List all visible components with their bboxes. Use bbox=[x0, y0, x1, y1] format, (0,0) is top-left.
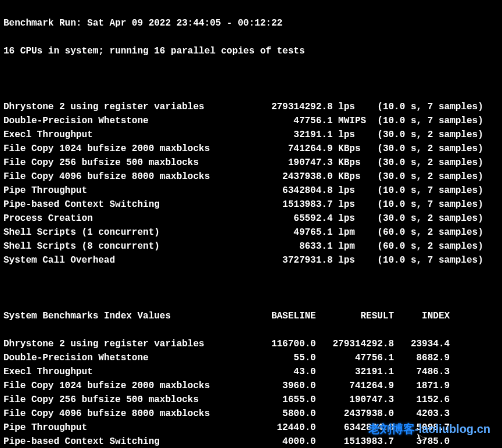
raw-result-row: Process Creation 65592.4 lps (30.0 s, 2 … bbox=[3, 212, 499, 225]
raw-result-row: Execl Throughput 32191.1 lps (30.0 s, 2 … bbox=[3, 128, 499, 142]
index-row: File Copy 4096 bufsize 8000 maxblocks 58… bbox=[3, 407, 499, 421]
raw-result-row: File Copy 1024 bufsize 2000 maxblocks 74… bbox=[3, 142, 499, 156]
index-rows-block: Dhrystone 2 using register variables 116… bbox=[3, 337, 499, 448]
raw-result-row: Pipe-based Context Switching 1513983.7 l… bbox=[3, 198, 499, 212]
raw-result-row: System Call Overhead 3727931.8 lps (10.0… bbox=[3, 253, 499, 267]
index-row: Pipe-based Context Switching 4000.0 1513… bbox=[3, 435, 499, 448]
index-row: Execl Throughput 43.0 32191.1 7486.3 bbox=[3, 365, 499, 379]
raw-results-block: Dhrystone 2 using register variables 279… bbox=[3, 100, 499, 267]
index-header-row: System Benchmarks Index Values BASELINE … bbox=[3, 309, 499, 323]
raw-result-row: Shell Scripts (1 concurrent) 49765.1 lpm… bbox=[3, 225, 499, 239]
index-row: Double-Precision Whetstone 55.0 47756.1 … bbox=[3, 351, 499, 365]
raw-result-row: Double-Precision Whetstone 47756.1 MWIPS… bbox=[3, 114, 499, 128]
index-row: File Copy 1024 bufsize 2000 maxblocks 39… bbox=[3, 379, 499, 393]
index-row: File Copy 256 bufsize 500 maxblocks 1655… bbox=[3, 393, 499, 407]
raw-result-row: Pipe Throughput 6342804.8 lps (10.0 s, 7… bbox=[3, 184, 499, 198]
blank-line bbox=[3, 281, 499, 295]
raw-result-row: File Copy 4096 bufsize 8000 maxblocks 24… bbox=[3, 170, 499, 184]
index-row: Pipe Throughput 12440.0 6342804.8 5098.7 bbox=[3, 421, 499, 435]
raw-result-row: File Copy 256 bufsize 500 maxblocks 1907… bbox=[3, 156, 499, 170]
raw-result-row: Dhrystone 2 using register variables 279… bbox=[3, 100, 499, 114]
index-row: Dhrystone 2 using register variables 116… bbox=[3, 337, 499, 351]
blank-line bbox=[3, 72, 499, 86]
terminal-output: Benchmark Run: Sat Apr 09 2022 23:44:05 … bbox=[0, 0, 502, 448]
raw-result-row: Shell Scripts (8 concurrent) 8633.1 lpm … bbox=[3, 239, 499, 253]
benchmark-run-header: Benchmark Run: Sat Apr 09 2022 23:44:05 … bbox=[3, 16, 499, 30]
cpu-info-line: 16 CPUs in system; running 16 parallel c… bbox=[3, 44, 499, 58]
